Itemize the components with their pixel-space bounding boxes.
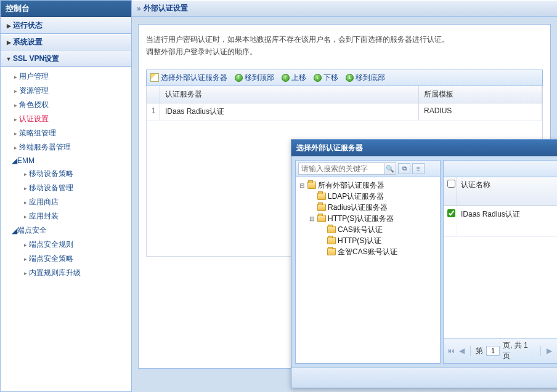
main: » 外部认证设置 当进行用户密码认证时，如果本地数据库不存在该用户名，会到下面选… xyxy=(132,0,557,392)
tree-label: 金智CAS账号认证 xyxy=(338,247,397,257)
separator xyxy=(470,346,471,356)
folder-icon xyxy=(327,226,336,233)
tree-panel: 🔍 ⧉ ≡ ⊟ 所有外部认证服务器 xyxy=(295,160,441,364)
tree-https[interactable]: HTTP(S)认证 xyxy=(298,235,437,246)
chevron-right-icon: ▸ xyxy=(22,256,29,262)
nav-user-mgmt[interactable]: ▸ 用户管理 xyxy=(1,70,131,84)
select-all-checkbox[interactable] xyxy=(447,180,455,188)
row-name: IDaas Radius认证 xyxy=(457,206,557,236)
folder-icon xyxy=(307,182,316,189)
chevron-right-icon: ▸ xyxy=(12,116,19,122)
nav-label: EMM xyxy=(17,156,35,165)
page-title: 外部认证设置 xyxy=(144,3,188,14)
nav-endpoint-policy[interactable]: ▸ 端点安全策略 xyxy=(22,252,131,266)
sidebar-title: 控制台 xyxy=(1,1,131,17)
chevron-down-icon: ▼ xyxy=(4,56,13,62)
page-input[interactable] xyxy=(486,346,500,356)
select-external-server-button[interactable]: 选择外部认证服务器 xyxy=(150,73,227,83)
table-row[interactable]: 1 IDaas Radius认证 RADIUS xyxy=(147,103,542,121)
move-top-button[interactable]: ⤒ 移到顶部 xyxy=(235,73,274,83)
nav-app-wrap[interactable]: ▸ 应用封装 xyxy=(22,209,131,223)
minus-icon[interactable]: ⊟ xyxy=(308,215,315,222)
button-label: 选择外部认证服务器 xyxy=(161,73,227,83)
folder-icon xyxy=(317,215,326,222)
row-name: IDaas Radius认证 xyxy=(160,103,419,120)
description: 当进行用户密码认证时，如果本地数据库不存在该用户名，会到下面选择的服务器进行认证… xyxy=(146,33,543,58)
chevron-right-icon: ▶ xyxy=(4,23,13,29)
section-label: 运行状态 xyxy=(13,20,43,31)
collapse-icon: ◢ xyxy=(12,226,17,235)
move-down-button[interactable]: ↓ 下移 xyxy=(314,73,338,83)
chevron-right-icon: ▸ xyxy=(12,88,19,94)
folder-icon xyxy=(317,204,326,211)
nav-mobile-policy[interactable]: ▸ 移动设备策略 xyxy=(22,167,131,181)
search-icon[interactable]: 🔍 xyxy=(384,163,396,174)
col-auth-name: 认证名称 xyxy=(457,177,557,206)
section-ssl-vpn[interactable]: ▼ SSL VPN设置 xyxy=(1,50,131,67)
grid-row[interactable]: IDaas Radius认证 IDaas Radius认证 xyxy=(444,206,557,236)
chevron-right-icon: ▸ xyxy=(12,130,19,137)
nav-endpoint-rules[interactable]: ▸ 端点安全规则 xyxy=(22,238,131,252)
row-checkbox[interactable] xyxy=(447,209,455,217)
nav-role-auth[interactable]: ▸ 角色授权 xyxy=(1,98,131,112)
folder-icon xyxy=(327,237,336,244)
tree-ldap[interactable]: LDAP认证服务器 xyxy=(298,191,437,202)
move-up-button[interactable]: ↑ 上移 xyxy=(282,73,306,83)
button-label: 上移 xyxy=(291,73,306,83)
chevron-right-icon: ▸ xyxy=(22,242,29,248)
nav-policy-group[interactable]: ▸ 策略组管理 xyxy=(1,126,131,140)
nav-terminal-server[interactable]: ▸ 终端服务器管理 xyxy=(1,140,131,154)
collapse-icon: ◢ xyxy=(12,156,17,165)
nav-mobile-mgmt[interactable]: ▸ 移动设备管理 xyxy=(22,181,131,195)
toolbar: 选择外部认证服务器 ⤒ 移到顶部 ↑ 上移 ↓ 下移 ⤓ 移到底部 xyxy=(146,70,543,86)
next-page-icon[interactable]: ▶ xyxy=(546,346,553,355)
first-page-icon[interactable]: ⏮ xyxy=(447,346,455,355)
move-bottom-button[interactable]: ⤓ 移到底部 xyxy=(346,73,385,83)
select-server-dialog: 选择外部认证服务器 ✕ 🔍 ⧉ ≡ ⊟ xyxy=(291,139,557,388)
nav-auth-settings[interactable]: ▸ 认证设置 xyxy=(1,112,131,126)
tree-cas[interactable]: CAS账号认证 xyxy=(298,224,437,235)
nav-resource-mgmt[interactable]: ▸ 资源管理 xyxy=(1,84,131,98)
nav-group-emm[interactable]: ◢ EMM xyxy=(1,154,131,167)
chevron-right-icon: ▸ xyxy=(22,270,29,276)
tree-label: CAS账号认证 xyxy=(338,225,383,235)
section-system-settings[interactable]: ▶ 系统设置 xyxy=(1,34,131,50)
nav-label: 端点安全策略 xyxy=(29,254,73,264)
tree-label: Radius认证服务器 xyxy=(328,202,388,213)
tree-label: LDAP认证服务器 xyxy=(328,191,384,202)
nav-label: 用户管理 xyxy=(19,71,49,82)
tree-root[interactable]: ⊟ 所有外部认证服务器 xyxy=(298,180,437,191)
section-running-status[interactable]: ▶ 运行状态 xyxy=(1,17,131,34)
chevron-right-icon: ▸ xyxy=(12,145,19,151)
tree-jz-cas[interactable]: 金智CAS账号认证 xyxy=(298,246,437,257)
prev-page-icon[interactable]: ◀ xyxy=(458,346,465,355)
tree-toolbar: 🔍 ⧉ ≡ xyxy=(296,161,440,177)
dialog-footer: 确定 取消 xyxy=(291,367,557,388)
button-label: 移到顶部 xyxy=(245,73,274,83)
nav-label: 终端服务器管理 xyxy=(19,142,71,153)
nav-label: 应用商店 xyxy=(29,197,59,207)
dialog-title-bar[interactable]: 选择外部认证服务器 ✕ xyxy=(291,140,557,156)
chevron-right-icon: ▸ xyxy=(12,74,19,80)
nav-builtin-rules[interactable]: ▸ 内置规则库升级 xyxy=(22,266,131,280)
nav-app-store[interactable]: ▸ 应用商店 xyxy=(22,195,131,209)
nav-label: 策略组管理 xyxy=(19,128,56,138)
desc-line: 当进行用户密码认证时，如果本地数据库不存在该用户名，会到下面选择的服务器进行认证… xyxy=(146,33,543,46)
collapse-all-button[interactable]: ≡ xyxy=(412,163,425,174)
nav-group-endpoint[interactable]: ◢ 端点安全 xyxy=(1,223,131,238)
server-tree: ⊟ 所有外部认证服务器 LDAP认证服务器 Radius认证服 xyxy=(296,177,440,363)
col-checkbox xyxy=(444,177,457,206)
button-label: 移到底部 xyxy=(356,73,385,83)
nav-label: 内置规则库升级 xyxy=(29,268,81,278)
search-input[interactable] xyxy=(299,163,384,174)
grid-empty-space xyxy=(444,237,557,338)
col-template: 所属模板 xyxy=(419,86,542,103)
tree-http[interactable]: ⊟ HTTP(S)认证服务器 xyxy=(298,213,437,224)
minus-icon[interactable]: ⊟ xyxy=(298,182,306,189)
row-checkbox-cell xyxy=(444,206,457,236)
section-label: 系统设置 xyxy=(13,37,43,47)
tree-radius[interactable]: Radius认证服务器 xyxy=(298,202,437,213)
separator xyxy=(540,346,541,356)
expand-all-button[interactable]: ⧉ xyxy=(398,163,410,174)
nav-label: 应用封装 xyxy=(29,211,59,222)
